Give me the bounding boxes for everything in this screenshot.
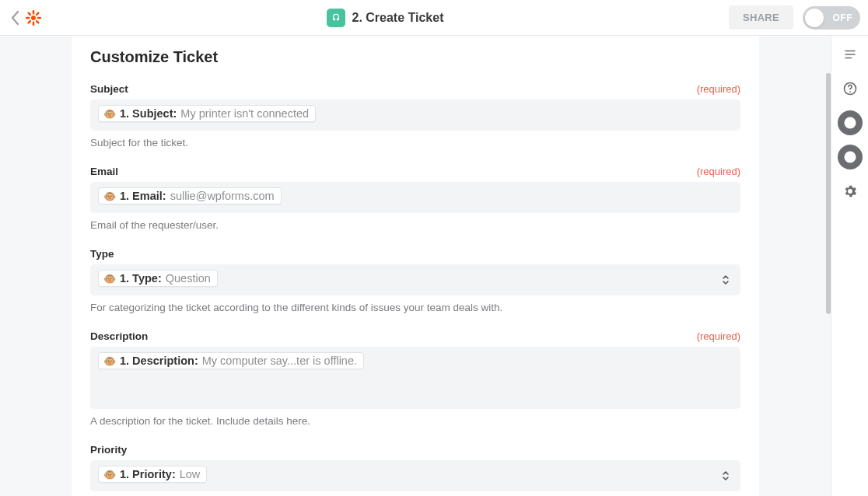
- back-icon[interactable]: [8, 7, 23, 29]
- main-content: Customize Ticket Subject (required) 🐵 1.…: [0, 36, 831, 496]
- field-email: Email (required) 🐵 1. Email: sullie@wpfo…: [90, 166, 740, 231]
- priority-select[interactable]: 🐵 1. Priority: Low: [90, 460, 740, 491]
- svg-point-10: [849, 91, 851, 93]
- email-input[interactable]: 🐵 1. Email: sullie@wpforms.com: [90, 182, 740, 213]
- field-label: Subject: [90, 83, 128, 95]
- field-label: Type: [90, 248, 114, 260]
- svg-rect-5: [35, 11, 40, 16]
- field-help: For categorizing the ticket according to…: [90, 302, 740, 313]
- select-arrows-icon: [722, 470, 730, 481]
- field-type: Type 🐵 1. Type: Question For categorizin…: [90, 248, 740, 313]
- source-app-icon: 🐵: [103, 274, 116, 284]
- mapped-value-pill[interactable]: 🐵 1. Type: Question: [98, 270, 218, 287]
- customize-panel: Customize Ticket Subject (required) 🐵 1.…: [72, 36, 759, 496]
- pill-label: 1. Type:: [120, 272, 162, 285]
- pill-label: 1. Priority:: [120, 468, 176, 480]
- pill-value: Question: [166, 272, 211, 285]
- field-help: A description for the ticket. Include de…: [90, 415, 740, 427]
- freshdesk-app-icon: [327, 9, 345, 27]
- svg-rect-7: [27, 11, 32, 16]
- zap-toggle[interactable]: OFF: [803, 6, 860, 30]
- step-title[interactable]: 2. Create Ticket: [352, 11, 443, 25]
- settings-icon[interactable]: [838, 179, 863, 204]
- svg-rect-2: [33, 21, 35, 26]
- field-subject: Subject (required) 🐵 1. Subject: My prin…: [90, 83, 740, 148]
- mapped-value-pill[interactable]: 🐵 1. Priority: Low: [98, 466, 207, 483]
- required-badge: (required): [697, 166, 740, 177]
- source-app-icon: 🐵: [103, 109, 116, 119]
- field-help: Email of the requester/user.: [90, 219, 740, 231]
- panel-title: Customize Ticket: [90, 48, 740, 66]
- pill-value: sullie@wpforms.com: [170, 190, 275, 202]
- svg-rect-6: [27, 19, 32, 24]
- svg-rect-8: [35, 19, 40, 24]
- scrollbar-thumb[interactable]: [826, 73, 831, 314]
- field-priority: Priority 🐵 1. Priority: Low Priority of …: [90, 444, 740, 496]
- toggle-label: OFF: [833, 12, 853, 23]
- pill-label: 1. Subject:: [120, 107, 177, 120]
- field-label: Email: [90, 166, 118, 177]
- header: 2. Create Ticket SHARE OFF: [0, 0, 868, 36]
- source-app-icon: 🐵: [103, 356, 116, 366]
- pill-value: My printer isn't connected: [180, 107, 309, 120]
- required-badge: (required): [697, 330, 740, 342]
- share-button[interactable]: SHARE: [729, 5, 793, 30]
- svg-rect-4: [37, 16, 42, 19]
- pill-label: 1. Description:: [120, 355, 198, 367]
- outline-icon[interactable]: [838, 42, 863, 67]
- mapped-value-pill[interactable]: 🐵 1. Description: My computer say...ter …: [98, 352, 364, 369]
- zapier-logo-icon[interactable]: [25, 9, 42, 26]
- required-badge: (required): [697, 83, 740, 95]
- pill-label: 1. Email:: [120, 190, 166, 202]
- subject-input[interactable]: 🐵 1. Subject: My printer isn't connected: [90, 100, 740, 131]
- source-app-icon: 🐵: [103, 470, 116, 480]
- field-description: Description (required) 🐵 1. Description:…: [90, 330, 740, 427]
- select-arrows-icon: [722, 274, 730, 285]
- source-app-icon: 🐵: [103, 191, 116, 201]
- help-icon[interactable]: [838, 76, 863, 101]
- clock-icon[interactable]: [838, 145, 863, 169]
- svg-rect-3: [26, 16, 30, 19]
- pill-value: Low: [180, 468, 201, 480]
- alert-icon[interactable]: [838, 110, 863, 135]
- mapped-value-pill[interactable]: 🐵 1. Subject: My printer isn't connected: [98, 105, 316, 122]
- field-label: Priority: [90, 444, 127, 456]
- pill-value: My computer say...ter is offline.: [202, 355, 357, 367]
- svg-point-0: [31, 16, 36, 20]
- svg-point-13: [849, 125, 851, 127]
- field-label: Description: [90, 330, 148, 342]
- field-help: Subject for the ticket.: [90, 137, 740, 148]
- svg-rect-12: [849, 120, 851, 124]
- toggle-knob: [805, 9, 824, 27]
- svg-rect-1: [33, 9, 35, 13]
- mapped-value-pill[interactable]: 🐵 1. Email: sullie@wpforms.com: [98, 187, 282, 204]
- scrollbar[interactable]: [826, 73, 831, 462]
- type-select[interactable]: 🐵 1. Type: Question: [90, 264, 740, 295]
- right-sidebar: [831, 36, 868, 496]
- description-input[interactable]: 🐵 1. Description: My computer say...ter …: [90, 347, 740, 409]
